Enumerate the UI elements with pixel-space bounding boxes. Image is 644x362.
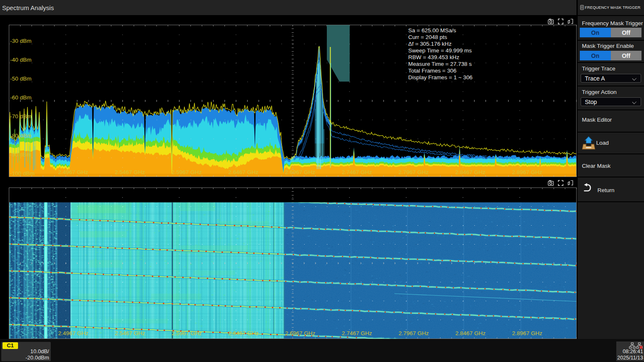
svg-text:2.5967 GHz: 2.5967 GHz bbox=[172, 169, 202, 175]
svg-text:2.7967 GHz: 2.7967 GHz bbox=[399, 169, 429, 175]
svg-text:-40 dBm: -40 dBm bbox=[10, 57, 31, 63]
svg-text:2.7467 GHz: 2.7467 GHz bbox=[342, 169, 372, 175]
svg-text:2.8467 GHz: 2.8467 GHz bbox=[455, 169, 485, 175]
svg-text:-70 dBm: -70 dBm bbox=[10, 113, 31, 120]
svg-text:2.4967 GHz: 2.4967 GHz bbox=[58, 169, 88, 175]
svg-text:Sa = 625.00 MSa/s: Sa = 625.00 MSa/s bbox=[408, 27, 456, 34]
svg-text:2.6467 GHz: 2.6467 GHz bbox=[228, 169, 258, 175]
svg-text:2.6967 GHz: 2.6967 GHz bbox=[285, 330, 315, 336]
svg-text:-90 dBm: -90 dBm bbox=[10, 151, 31, 158]
svg-text:Δf = 305.176 kHz: Δf = 305.176 kHz bbox=[408, 41, 451, 47]
svg-text:Sweep Time = 49.999 ms: Sweep Time = 49.999 ms bbox=[408, 47, 472, 54]
svg-text:Measure Time = 27.738 s: Measure Time = 27.738 s bbox=[408, 61, 472, 67]
svg-text:-60 dBm: -60 dBm bbox=[10, 94, 31, 101]
svg-text:2.4967 GHz: 2.4967 GHz bbox=[58, 330, 88, 336]
svg-text:2.6967 GHz: 2.6967 GHz bbox=[285, 169, 315, 175]
svg-text:Curr = 2048 pts: Curr = 2048 pts bbox=[408, 34, 447, 40]
svg-text:-80 dBm: -80 dBm bbox=[10, 133, 31, 139]
svg-text:RBW = 439.453 kHz: RBW = 439.453 kHz bbox=[408, 54, 459, 60]
svg-text:-30 dBm: -30 dBm bbox=[10, 38, 31, 44]
svg-text:2.6467 GHz: 2.6467 GHz bbox=[228, 330, 258, 336]
svg-text:2.5467 GHz: 2.5467 GHz bbox=[115, 330, 145, 336]
svg-text:2.5467 GHz: 2.5467 GHz bbox=[115, 169, 145, 175]
svg-text:2.8967 GHz: 2.8967 GHz bbox=[512, 169, 542, 175]
svg-text:2.8467 GHz: 2.8467 GHz bbox=[455, 330, 485, 336]
svg-text:-50 dBm: -50 dBm bbox=[10, 76, 31, 82]
svg-text:2.7967 GHz: 2.7967 GHz bbox=[399, 330, 429, 336]
svg-text:2.5967 GHz: 2.5967 GHz bbox=[172, 330, 202, 336]
svg-text:Display Frames = 1 ~ 306: Display Frames = 1 ~ 306 bbox=[408, 74, 472, 81]
svg-text:2.8967 GHz: 2.8967 GHz bbox=[512, 330, 542, 336]
svg-text:2.7467 GHz: 2.7467 GHz bbox=[342, 330, 372, 336]
svg-text:Total Frames = 306: Total Frames = 306 bbox=[408, 68, 456, 74]
svg-text:-100 dBm: -100 dBm bbox=[10, 170, 35, 177]
